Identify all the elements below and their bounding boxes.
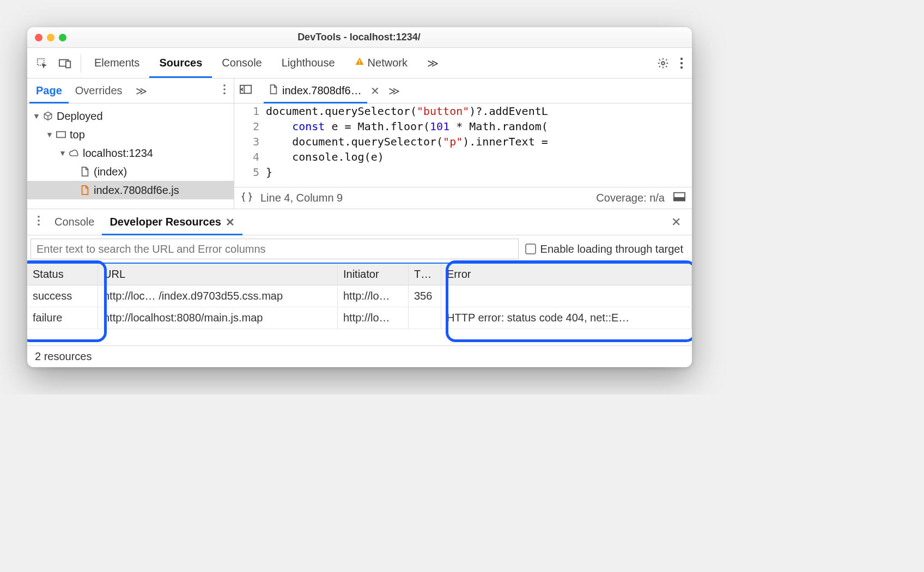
tab-network[interactable]: Network — [345, 48, 417, 78]
main-toolbar: Elements Sources Console Lighthouse Netw… — [27, 48, 692, 78]
col-initiator[interactable]: Initiator — [338, 264, 409, 285]
sources-split: Page Overrides ≫ ▼ Deployed ▼ — [27, 78, 692, 209]
nav-kebab-icon[interactable] — [217, 84, 232, 98]
cell-initiator[interactable]: http://lo… — [338, 307, 409, 329]
close-tab-icon[interactable]: ✕ — [226, 216, 235, 229]
disclosure-triangle-icon[interactable]: ▼ — [33, 112, 39, 120]
nav-tab-page[interactable]: Page — [29, 78, 69, 103]
tree-node-deployed[interactable]: ▼ Deployed — [27, 107, 234, 125]
tree-node-top[interactable]: ▼ top — [27, 125, 234, 144]
code-line: const e = Math.floor(101 * Math.random( — [266, 119, 548, 134]
code-line: } — [266, 165, 272, 180]
close-drawer-icon[interactable]: ✕ — [664, 215, 689, 229]
search-input[interactable] — [31, 239, 519, 259]
devtools-window: DevTools - localhost:1234/ Elements Sour… — [27, 27, 692, 367]
nav-tab-overrides[interactable]: Overrides — [69, 78, 129, 103]
tree-label: Deployed — [57, 110, 103, 123]
navigator-tabs: Page Overrides ≫ — [27, 78, 234, 104]
tree-label: index.7808df6e.js — [94, 184, 179, 197]
show-drawer-icon[interactable] — [673, 192, 685, 204]
toggle-navigator-icon[interactable] — [234, 84, 257, 97]
cell-initiator[interactable]: http://lo… — [338, 285, 409, 307]
svg-point-11 — [223, 92, 226, 94]
tab-console[interactable]: Console — [212, 48, 271, 78]
resources-table: Status URL Initiator T… Error success ht… — [27, 264, 692, 329]
cloud-icon — [69, 149, 80, 157]
col-error[interactable]: Error — [441, 264, 692, 285]
cursor-position: Line 4, Column 9 — [260, 192, 343, 204]
editor-statusbar: Line 4, Column 9 Coverage: n/a — [234, 187, 692, 209]
minimize-window-button[interactable] — [47, 34, 54, 41]
tree-label: top — [70, 129, 85, 141]
warning-icon — [355, 57, 364, 69]
disclosure-triangle-icon[interactable]: ▼ — [46, 130, 52, 139]
main-tabs: Elements Sources Console Lighthouse Netw… — [84, 48, 448, 78]
drawer-tab-console[interactable]: Console — [47, 209, 102, 235]
developer-resources-panel: Enable loading through target Status URL… — [27, 235, 692, 367]
kebab-menu-icon[interactable] — [674, 53, 689, 74]
svg-rect-2 — [66, 61, 70, 68]
svg-rect-4 — [359, 63, 360, 64]
code-line: document.querySelector("p").innerText = — [266, 134, 548, 149]
document-icon — [80, 167, 90, 177]
editor-filetab[interactable]: index.7808df6… — [264, 78, 367, 103]
inspect-element-icon[interactable] — [31, 53, 53, 74]
tab-sources[interactable]: Sources — [149, 48, 212, 78]
drawer-tabbar: Console Developer Resources ✕ ✕ — [27, 209, 692, 235]
cell-status[interactable]: failure — [27, 307, 98, 329]
device-toolbar-icon[interactable] — [53, 53, 77, 73]
tree-label: localhost:1234 — [83, 147, 153, 160]
svg-point-6 — [680, 57, 683, 59]
titlebar: DevTools - localhost:1234/ — [27, 27, 692, 48]
svg-rect-16 — [674, 198, 685, 201]
cell-time[interactable] — [409, 307, 441, 329]
drawer-tab-developer-resources[interactable]: Developer Resources ✕ — [102, 209, 242, 235]
enable-loading-checkbox[interactable] — [525, 244, 536, 254]
file-tree: ▼ Deployed ▼ top ▼ — [27, 104, 234, 209]
frame-icon — [56, 131, 66, 138]
tree-node-index[interactable]: (index) — [27, 162, 234, 181]
zoom-window-button[interactable] — [59, 34, 66, 41]
window-title: DevTools - localhost:1234/ — [66, 32, 652, 43]
code-line: document.querySelector("button")?.addEve… — [266, 104, 548, 119]
tab-lighthouse[interactable]: Lighthouse — [272, 48, 345, 78]
svg-point-19 — [38, 223, 40, 226]
col-status[interactable]: Status — [27, 264, 98, 285]
drawer-tab-label: Developer Resources — [110, 216, 221, 228]
col-time[interactable]: T… — [409, 264, 441, 285]
disclosure-triangle-icon[interactable]: ▼ — [59, 149, 65, 157]
tree-node-host[interactable]: ▼ localhost:1234 — [27, 144, 234, 162]
line-number: 2 — [234, 119, 266, 134]
settings-icon[interactable] — [652, 53, 674, 74]
tab-elements[interactable]: Elements — [84, 48, 149, 78]
editor-tabs-overflow[interactable]: ≫ — [383, 84, 405, 98]
tabs-overflow-button[interactable]: ≫ — [417, 48, 448, 78]
tree-label: (index) — [94, 166, 127, 178]
traffic-lights — [35, 34, 66, 41]
editor-tabbar: index.7808df6… ✕ ≫ — [234, 78, 692, 104]
close-window-button[interactable] — [35, 34, 42, 41]
pretty-print-icon[interactable] — [241, 192, 253, 204]
cell-error[interactable] — [441, 285, 692, 307]
nav-tabs-overflow[interactable]: ≫ — [129, 78, 154, 103]
line-number: 3 — [234, 134, 266, 149]
cell-url[interactable]: http://localhost:8080/main.js.map — [98, 307, 338, 329]
close-tab-icon[interactable]: ✕ — [367, 84, 383, 98]
svg-point-5 — [661, 62, 665, 65]
cell-error[interactable]: HTTP error: status code 404, net::E… — [441, 307, 692, 329]
js-file-icon — [80, 185, 90, 195]
coverage-label: Coverage: n/a — [596, 192, 665, 204]
line-number: 1 — [234, 104, 266, 119]
svg-point-10 — [223, 88, 226, 90]
col-url[interactable]: URL — [98, 264, 338, 285]
cell-time[interactable]: 356 — [409, 285, 441, 307]
cell-status[interactable]: success — [27, 285, 98, 307]
code-editor[interactable]: 1 document.querySelector("button")?.addE… — [234, 104, 692, 187]
line-number: 5 — [234, 165, 266, 180]
drawer-kebab-icon[interactable] — [31, 215, 47, 229]
tab-network-label: Network — [368, 57, 408, 69]
cell-url[interactable]: http://loc… /index.d9703d55.css.map — [98, 285, 338, 307]
svg-rect-3 — [359, 60, 360, 63]
enable-loading-toggle[interactable]: Enable loading through target — [525, 243, 689, 255]
tree-node-js-file[interactable]: index.7808df6e.js — [27, 181, 234, 199]
